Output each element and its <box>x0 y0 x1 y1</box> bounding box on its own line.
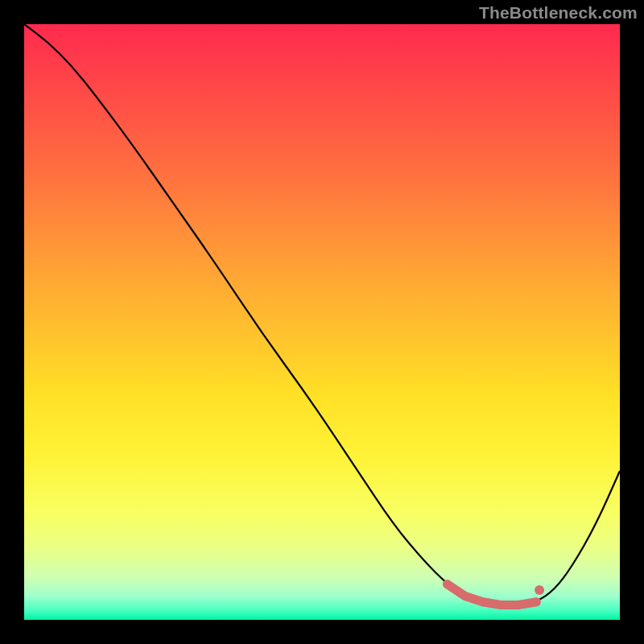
curve-layer <box>24 24 620 620</box>
chart-frame: TheBottleneck.com <box>0 0 644 644</box>
watermark-text: TheBottleneck.com <box>479 3 638 23</box>
plot-area <box>24 24 620 620</box>
highlight-band <box>447 584 536 605</box>
bottleneck-curve <box>24 24 620 605</box>
highlight-dot <box>535 585 544 595</box>
